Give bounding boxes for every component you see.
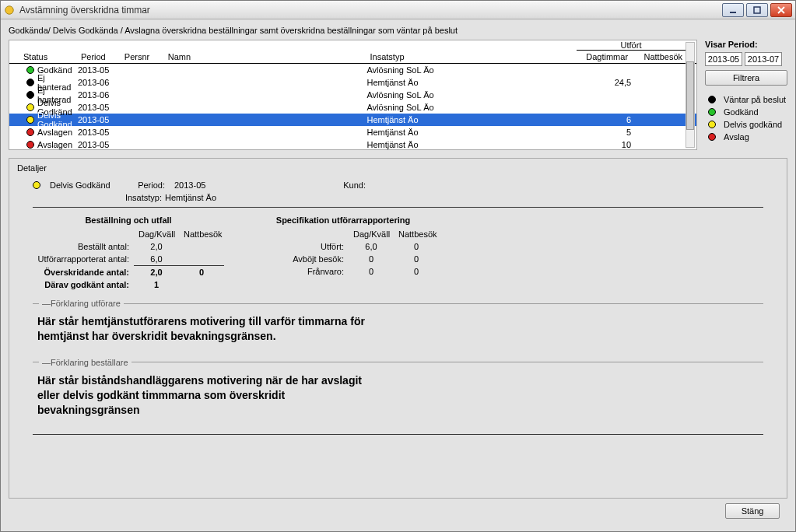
forklaring-utforare-legend: Förklaring utförare	[51, 299, 121, 308]
specifikation-title: Specifikation utförarrapportering	[247, 215, 439, 225]
bestallning-title: Beställning och utfall	[33, 215, 224, 225]
row-period: 2013-05	[78, 115, 121, 124]
grid-value: 0	[394, 265, 439, 278]
filter-panel: Visar Period: Filtrera Väntar på beslutG…	[705, 40, 787, 150]
window: Avstämning överskridna timmar Godkända/ …	[0, 0, 796, 532]
grid-value: 0	[394, 253, 439, 265]
period-from-input[interactable]	[705, 52, 742, 66]
row-insatstyp: Hemtjänst Äo	[366, 115, 577, 124]
row-dagtimmar: 6	[577, 115, 631, 124]
grid-value: 2,0	[134, 240, 179, 253]
svg-rect-1	[730, 12, 736, 13]
details-status: Delvis Godkänd	[50, 180, 120, 190]
status-dot	[26, 116, 34, 124]
legend-label: Delvis godkänd	[724, 120, 782, 129]
status-legend: Väntar på beslutGodkändDelvis godkändAvs…	[705, 93, 787, 143]
filter-title: Visar Period:	[705, 40, 787, 49]
col-insatstyp[interactable]: Insatstyp	[366, 51, 577, 63]
grid-value: 6,0	[134, 253, 179, 266]
row-insatstyp: Hemtjänst Äo	[366, 128, 577, 137]
forklaring-bestallare-text: Här står biståndshandläggarens motiverin…	[33, 367, 375, 424]
row-period: 2013-05	[78, 103, 121, 112]
legend-dot	[708, 121, 716, 128]
table-row[interactable]: Avslagen2013-05Hemtjänst Äo10	[9, 138, 696, 150]
period-to-input[interactable]	[745, 52, 782, 66]
table-row[interactable]: Ej hanterad2013-06Avlösning SoL Äo	[9, 89, 696, 101]
grid-value	[179, 278, 224, 291]
close-button[interactable]	[770, 3, 792, 17]
details-kund-label: Kund:	[335, 180, 366, 190]
grid-value: 0	[349, 265, 394, 278]
legend-label: Avslag	[724, 132, 749, 142]
grid-value: 0	[394, 240, 439, 253]
grid-value	[179, 240, 224, 253]
table-scrollbar[interactable]	[686, 42, 695, 148]
legend-dot	[708, 133, 716, 141]
legend-item: Avslag	[705, 131, 787, 143]
close-dialog-button[interactable]: Stäng	[725, 503, 780, 519]
grid-label: Beställt antal:	[33, 240, 134, 253]
row-period: 2013-05	[78, 65, 121, 75]
row-period: 2013-06	[78, 78, 121, 87]
filter-button[interactable]: Filtrera	[705, 70, 787, 86]
row-period: 2013-06	[78, 90, 121, 100]
app-icon	[4, 5, 15, 16]
maximize-button[interactable]	[746, 3, 768, 17]
col-nattbesok[interactable]: Nattbesök	[631, 51, 686, 63]
legend-item: Väntar på beslut	[705, 93, 787, 106]
grid-value: 0	[349, 253, 394, 265]
legend-item: Godkänd	[705, 106, 787, 118]
row-status: Avslagen	[37, 128, 72, 137]
legend-label: Godkänd	[724, 107, 759, 117]
titlebar: Avstämning överskridna timmar	[1, 1, 795, 19]
table-row[interactable]: Delvis Godkänd2013-05Hemtjänst Äo6	[9, 114, 696, 126]
breadcrumb: Godkända/ Delvis Godkända / Avslagna öve…	[9, 26, 787, 35]
row-period: 2013-05	[78, 140, 121, 149]
legend-item: Delvis godkänd	[705, 118, 787, 131]
grid-label: Överskridande antal:	[33, 266, 134, 278]
row-dagtimmar: 10	[577, 140, 631, 149]
window-title: Avstämning överskridna timmar	[19, 5, 722, 16]
grid-label: Utförarrapporterat antal:	[33, 253, 134, 266]
forklaring-bestallare-legend: Förklaring beställare	[51, 358, 128, 367]
table-row[interactable]: Delvis Godkänd2013-05Avlösning SoL Äo	[9, 101, 696, 114]
row-dagtimmar: 24,5	[577, 78, 631, 87]
details-insatstyp: Hemtjänst Äo	[165, 193, 216, 202]
forklaring-utforare: — Förklaring utförare Här står hemtjänst…	[33, 299, 763, 350]
grid-label: Därav godkänt antal:	[33, 278, 134, 291]
grid-value	[179, 253, 224, 266]
col-namn[interactable]: Namn	[165, 51, 367, 63]
row-status: Avslagen	[37, 140, 72, 149]
table-row[interactable]: Godkänd2013-05Avlösning SoL Äo	[9, 64, 696, 76]
details-insatstyp-label: Insatstyp:	[112, 193, 165, 202]
minimize-button[interactable]	[722, 3, 744, 17]
row-insatstyp: Hemtjänst Äo	[366, 78, 577, 87]
grid-label: Frånvaro:	[247, 265, 349, 278]
grid-value: 2,0	[134, 266, 179, 278]
grid-value: 6,0	[349, 240, 394, 253]
details-panel: Detaljer Delvis Godkänd Period: 2013-05 …	[9, 158, 787, 499]
col-status[interactable]: Status	[9, 51, 78, 63]
legend-label: Väntar på beslut	[724, 95, 786, 104]
bestallning-section: Beställning och utfall Dag/KvällNattbesö…	[33, 215, 224, 291]
col-period[interactable]: Period	[78, 51, 121, 63]
status-dot	[26, 128, 34, 136]
table-row[interactable]: Ej hanterad2013-06Hemtjänst Äo24,5	[9, 76, 696, 89]
row-insatstyp: Avlösning SoL Äo	[366, 65, 577, 75]
details-title: Detaljer	[17, 163, 779, 173]
col-dagtimmar[interactable]: Dagtimmar	[577, 51, 631, 63]
col-group-utfort: Utfört	[577, 40, 686, 51]
forklaring-bestallare: — Förklaring beställare Här står bistånd…	[33, 358, 763, 424]
details-period: 2013-05	[174, 180, 237, 190]
col-persnr[interactable]: Persnr	[121, 51, 165, 63]
status-dot	[26, 141, 34, 149]
grid-label: Utfört:	[247, 240, 349, 253]
svg-rect-2	[754, 7, 760, 13]
table-row[interactable]: Avslagen2013-05Hemtjänst Äo5	[9, 126, 696, 138]
row-dagtimmar: 5	[577, 128, 631, 137]
details-status-dot	[33, 181, 40, 189]
orders-table: Utfört Status Period Persnr Namn Insatst…	[9, 40, 697, 150]
svg-point-0	[5, 5, 14, 14]
row-insatstyp: Avlösning SoL Äo	[366, 90, 577, 100]
legend-dot	[708, 108, 716, 116]
